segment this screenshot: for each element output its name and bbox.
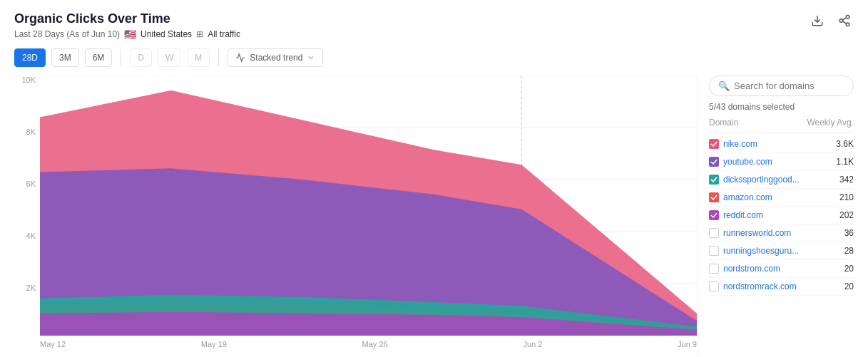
chart-area: 10K 8K 6K 4K 2K: [14, 76, 697, 357]
domain-name-label[interactable]: youtube.com: [723, 157, 821, 167]
trend-label: Stacked trend: [250, 53, 302, 63]
domain-row: reddit.com 202: [709, 207, 854, 224]
domain-avg-value: 20: [825, 264, 854, 274]
domains-count: 5/43 domains selected: [709, 102, 854, 112]
chevron-down-icon: [307, 53, 315, 62]
svg-point-3: [846, 23, 849, 26]
domain-row: nike.com 3.6K: [709, 135, 854, 153]
domain-avg-value: 28: [825, 246, 854, 256]
domain-checkbox[interactable]: [709, 246, 719, 256]
domain-name-label[interactable]: nike.com: [723, 139, 821, 149]
time-28d-button[interactable]: 28D: [14, 48, 46, 67]
flag-icon: 🇺🇸: [124, 29, 136, 40]
domain-name-label[interactable]: nordstromrack.com: [723, 281, 821, 291]
svg-line-5: [842, 18, 846, 20]
chart-toolbar: 28D 3M 6M D W M Stacked trend: [14, 48, 854, 67]
domain-avg-value: 3.6K: [825, 139, 854, 149]
svg-line-4: [842, 21, 846, 24]
search-box[interactable]: 🔍: [709, 76, 854, 96]
time-w-button[interactable]: W: [158, 48, 181, 67]
domain-row: runningshoesguru... 28: [709, 242, 854, 260]
y-label-6k: 6K: [14, 180, 40, 188]
domain-name-label[interactable]: runnersworld.com: [723, 228, 821, 238]
x-axis: May 12 May 19 May 26 Jun 2 Jun 9: [40, 336, 697, 357]
traffic-label[interactable]: All traffic: [208, 29, 240, 39]
x-label-jun9: Jun 9: [678, 340, 697, 348]
svg-point-2: [839, 19, 843, 23]
y-axis: 10K 8K 6K 4K 2K: [14, 76, 40, 336]
search-icon: 🔍: [718, 81, 730, 91]
country-label[interactable]: United States: [141, 29, 192, 39]
domain-name-label[interactable]: reddit.com: [723, 210, 821, 220]
domain-avg-value: 36: [825, 228, 854, 238]
area-chart: [40, 76, 697, 336]
domain-row: nordstromrack.com 20: [709, 278, 854, 296]
traffic-icon: ⊞: [196, 29, 203, 39]
domain-list: nike.com 3.6K youtube.com 1.1K dicksspor…: [709, 135, 854, 296]
svg-point-1: [846, 16, 849, 19]
domain-checkbox[interactable]: [709, 210, 719, 220]
toolbar-divider: [121, 49, 121, 66]
x-label-may19: May 19: [201, 340, 227, 348]
time-6m-button[interactable]: 6M: [85, 48, 113, 67]
main-content: 10K 8K 6K 4K 2K: [14, 76, 854, 357]
toolbar-divider2: [218, 49, 219, 66]
domain-row: amazon.com 210: [709, 189, 854, 207]
domain-checkbox[interactable]: [709, 281, 719, 291]
domain-checkbox[interactable]: [709, 157, 719, 167]
page-header: Organic Clicks Over Time Last 28 Days (A…: [14, 11, 854, 40]
share-button[interactable]: [835, 11, 854, 33]
time-d-button[interactable]: D: [130, 48, 152, 67]
domain-table-header: Domain Weekly Avg.: [709, 118, 854, 133]
y-label-10k: 10K: [14, 76, 40, 84]
x-label-may26: May 26: [362, 340, 388, 348]
domain-checkbox[interactable]: [709, 264, 719, 274]
domain-name-label[interactable]: runningshoesguru...: [723, 246, 821, 256]
page-subtitle: Last 28 Days (As of Jun 10) 🇺🇸 United St…: [14, 29, 240, 40]
domain-row: nordstrom.com 20: [709, 260, 854, 278]
domain-avg-value: 210: [825, 192, 854, 202]
domain-checkbox[interactable]: [709, 175, 719, 185]
domains-sidebar: 🔍 5/43 domains selected Domain Weekly Av…: [697, 76, 854, 357]
domain-name-label[interactable]: nordstrom.com: [723, 264, 821, 274]
domain-row: runnersworld.com 36: [709, 224, 854, 242]
search-input[interactable]: [734, 81, 844, 91]
time-3m-button[interactable]: 3M: [51, 48, 79, 67]
domain-table: Domain Weekly Avg. nike.com 3.6K youtube…: [709, 118, 854, 357]
y-label-2k: 2K: [14, 284, 40, 292]
domain-checkbox[interactable]: [709, 139, 719, 149]
y-label-8k: 8K: [14, 128, 40, 136]
domain-avg-value: 1.1K: [825, 157, 854, 167]
avg-col-header: Weekly Avg.: [807, 118, 854, 128]
chart-wrapper: [40, 76, 697, 336]
x-label-may12: May 12: [40, 340, 66, 348]
domain-name-label[interactable]: dickssportinggood...: [723, 175, 821, 185]
download-button[interactable]: [808, 11, 827, 33]
trend-icon: [235, 53, 245, 63]
y-label-4k: 4K: [14, 232, 40, 240]
domain-avg-value: 20: [825, 281, 854, 291]
domain-name-label[interactable]: amazon.com: [723, 192, 821, 202]
subtitle-date: Last 28 Days (As of Jun 10): [14, 29, 120, 39]
header-left: Organic Clicks Over Time Last 28 Days (A…: [14, 11, 240, 40]
domain-checkbox[interactable]: [709, 192, 719, 202]
x-label-jun2: Jun 2: [523, 340, 542, 348]
page-title: Organic Clicks Over Time: [14, 11, 240, 26]
domain-row: dickssportinggood... 342: [709, 171, 854, 189]
domain-row: youtube.com 1.1K: [709, 153, 854, 171]
page-container: Organic Clicks Over Time Last 28 Days (A…: [0, 0, 868, 357]
domain-col-header: Domain: [709, 118, 738, 128]
domain-avg-value: 202: [825, 210, 854, 220]
time-m-button[interactable]: M: [187, 48, 210, 67]
trend-dropdown-button[interactable]: Stacked trend: [228, 48, 323, 67]
domain-avg-value: 342: [825, 175, 854, 185]
domain-checkbox[interactable]: [709, 228, 719, 238]
header-actions: [808, 11, 854, 33]
